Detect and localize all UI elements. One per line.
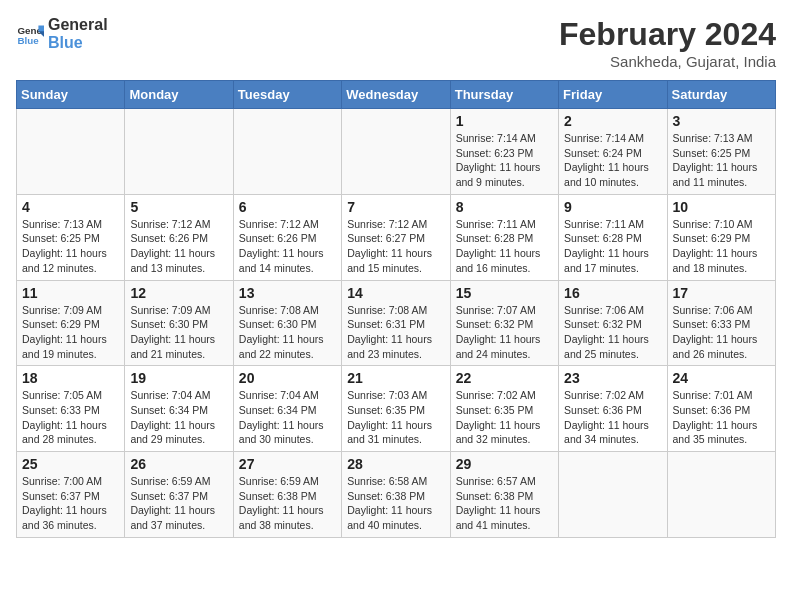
day-number: 2 [564, 113, 661, 129]
day-cell: 28Sunrise: 6:58 AMSunset: 6:38 PMDayligh… [342, 452, 450, 538]
day-number: 8 [456, 199, 553, 215]
day-cell [667, 452, 775, 538]
day-info: Sunrise: 7:04 AMSunset: 6:34 PMDaylight:… [239, 388, 336, 447]
day-cell: 10Sunrise: 7:10 AMSunset: 6:29 PMDayligh… [667, 194, 775, 280]
day-number: 5 [130, 199, 227, 215]
page-header: General Blue General Blue February 2024 … [16, 16, 776, 70]
day-number: 15 [456, 285, 553, 301]
day-info: Sunrise: 7:01 AMSunset: 6:36 PMDaylight:… [673, 388, 770, 447]
day-info: Sunrise: 7:12 AMSunset: 6:27 PMDaylight:… [347, 217, 444, 276]
day-info: Sunrise: 7:02 AMSunset: 6:35 PMDaylight:… [456, 388, 553, 447]
day-cell: 11Sunrise: 7:09 AMSunset: 6:29 PMDayligh… [17, 280, 125, 366]
day-number: 4 [22, 199, 119, 215]
day-number: 12 [130, 285, 227, 301]
day-number: 18 [22, 370, 119, 386]
day-info: Sunrise: 7:02 AMSunset: 6:36 PMDaylight:… [564, 388, 661, 447]
day-number: 22 [456, 370, 553, 386]
day-cell: 27Sunrise: 6:59 AMSunset: 6:38 PMDayligh… [233, 452, 341, 538]
week-row-4: 25Sunrise: 7:00 AMSunset: 6:37 PMDayligh… [17, 452, 776, 538]
day-number: 27 [239, 456, 336, 472]
day-info: Sunrise: 7:09 AMSunset: 6:30 PMDaylight:… [130, 303, 227, 362]
day-cell: 24Sunrise: 7:01 AMSunset: 6:36 PMDayligh… [667, 366, 775, 452]
day-info: Sunrise: 7:06 AMSunset: 6:33 PMDaylight:… [673, 303, 770, 362]
day-info: Sunrise: 7:06 AMSunset: 6:32 PMDaylight:… [564, 303, 661, 362]
day-number: 14 [347, 285, 444, 301]
day-number: 1 [456, 113, 553, 129]
calendar-table: SundayMondayTuesdayWednesdayThursdayFrid… [16, 80, 776, 538]
day-cell [17, 109, 125, 195]
day-info: Sunrise: 7:03 AMSunset: 6:35 PMDaylight:… [347, 388, 444, 447]
day-info: Sunrise: 7:14 AMSunset: 6:24 PMDaylight:… [564, 131, 661, 190]
day-info: Sunrise: 7:11 AMSunset: 6:28 PMDaylight:… [456, 217, 553, 276]
day-number: 24 [673, 370, 770, 386]
day-info: Sunrise: 7:13 AMSunset: 6:25 PMDaylight:… [673, 131, 770, 190]
day-cell: 17Sunrise: 7:06 AMSunset: 6:33 PMDayligh… [667, 280, 775, 366]
week-row-2: 11Sunrise: 7:09 AMSunset: 6:29 PMDayligh… [17, 280, 776, 366]
header-monday: Monday [125, 81, 233, 109]
day-cell: 3Sunrise: 7:13 AMSunset: 6:25 PMDaylight… [667, 109, 775, 195]
day-cell: 2Sunrise: 7:14 AMSunset: 6:24 PMDaylight… [559, 109, 667, 195]
header-friday: Friday [559, 81, 667, 109]
day-info: Sunrise: 7:14 AMSunset: 6:23 PMDaylight:… [456, 131, 553, 190]
day-cell: 4Sunrise: 7:13 AMSunset: 6:25 PMDaylight… [17, 194, 125, 280]
day-cell [233, 109, 341, 195]
day-cell [342, 109, 450, 195]
logo: General Blue General Blue [16, 16, 108, 51]
day-info: Sunrise: 7:04 AMSunset: 6:34 PMDaylight:… [130, 388, 227, 447]
day-cell: 7Sunrise: 7:12 AMSunset: 6:27 PMDaylight… [342, 194, 450, 280]
day-number: 26 [130, 456, 227, 472]
day-info: Sunrise: 7:00 AMSunset: 6:37 PMDaylight:… [22, 474, 119, 533]
calendar-body: 1Sunrise: 7:14 AMSunset: 6:23 PMDaylight… [17, 109, 776, 538]
day-cell [125, 109, 233, 195]
day-number: 13 [239, 285, 336, 301]
day-number: 11 [22, 285, 119, 301]
day-cell: 12Sunrise: 7:09 AMSunset: 6:30 PMDayligh… [125, 280, 233, 366]
day-info: Sunrise: 6:59 AMSunset: 6:37 PMDaylight:… [130, 474, 227, 533]
week-row-1: 4Sunrise: 7:13 AMSunset: 6:25 PMDaylight… [17, 194, 776, 280]
svg-text:Blue: Blue [17, 34, 39, 45]
header-thursday: Thursday [450, 81, 558, 109]
day-info: Sunrise: 7:05 AMSunset: 6:33 PMDaylight:… [22, 388, 119, 447]
title-block: February 2024 Sankheda, Gujarat, India [559, 16, 776, 70]
day-cell: 21Sunrise: 7:03 AMSunset: 6:35 PMDayligh… [342, 366, 450, 452]
day-number: 29 [456, 456, 553, 472]
logo-blue: Blue [48, 34, 108, 52]
week-row-0: 1Sunrise: 7:14 AMSunset: 6:23 PMDaylight… [17, 109, 776, 195]
day-cell [559, 452, 667, 538]
day-info: Sunrise: 6:57 AMSunset: 6:38 PMDaylight:… [456, 474, 553, 533]
day-cell: 5Sunrise: 7:12 AMSunset: 6:26 PMDaylight… [125, 194, 233, 280]
header-tuesday: Tuesday [233, 81, 341, 109]
day-number: 20 [239, 370, 336, 386]
day-cell: 22Sunrise: 7:02 AMSunset: 6:35 PMDayligh… [450, 366, 558, 452]
day-info: Sunrise: 7:09 AMSunset: 6:29 PMDaylight:… [22, 303, 119, 362]
day-number: 21 [347, 370, 444, 386]
day-number: 7 [347, 199, 444, 215]
day-info: Sunrise: 7:13 AMSunset: 6:25 PMDaylight:… [22, 217, 119, 276]
day-info: Sunrise: 6:58 AMSunset: 6:38 PMDaylight:… [347, 474, 444, 533]
day-cell: 23Sunrise: 7:02 AMSunset: 6:36 PMDayligh… [559, 366, 667, 452]
day-cell: 15Sunrise: 7:07 AMSunset: 6:32 PMDayligh… [450, 280, 558, 366]
day-info: Sunrise: 7:07 AMSunset: 6:32 PMDaylight:… [456, 303, 553, 362]
calendar-header-row: SundayMondayTuesdayWednesdayThursdayFrid… [17, 81, 776, 109]
day-info: Sunrise: 6:59 AMSunset: 6:38 PMDaylight:… [239, 474, 336, 533]
day-info: Sunrise: 7:08 AMSunset: 6:30 PMDaylight:… [239, 303, 336, 362]
header-saturday: Saturday [667, 81, 775, 109]
day-cell: 16Sunrise: 7:06 AMSunset: 6:32 PMDayligh… [559, 280, 667, 366]
day-number: 28 [347, 456, 444, 472]
logo-general: General [48, 16, 108, 34]
logo-icon: General Blue [16, 20, 44, 48]
day-number: 3 [673, 113, 770, 129]
day-cell: 18Sunrise: 7:05 AMSunset: 6:33 PMDayligh… [17, 366, 125, 452]
day-number: 10 [673, 199, 770, 215]
day-info: Sunrise: 7:08 AMSunset: 6:31 PMDaylight:… [347, 303, 444, 362]
day-cell: 1Sunrise: 7:14 AMSunset: 6:23 PMDaylight… [450, 109, 558, 195]
day-cell: 9Sunrise: 7:11 AMSunset: 6:28 PMDaylight… [559, 194, 667, 280]
day-cell: 19Sunrise: 7:04 AMSunset: 6:34 PMDayligh… [125, 366, 233, 452]
day-cell: 14Sunrise: 7:08 AMSunset: 6:31 PMDayligh… [342, 280, 450, 366]
header-sunday: Sunday [17, 81, 125, 109]
day-cell: 13Sunrise: 7:08 AMSunset: 6:30 PMDayligh… [233, 280, 341, 366]
day-number: 9 [564, 199, 661, 215]
location: Sankheda, Gujarat, India [559, 53, 776, 70]
month-year: February 2024 [559, 16, 776, 53]
day-cell: 8Sunrise: 7:11 AMSunset: 6:28 PMDaylight… [450, 194, 558, 280]
